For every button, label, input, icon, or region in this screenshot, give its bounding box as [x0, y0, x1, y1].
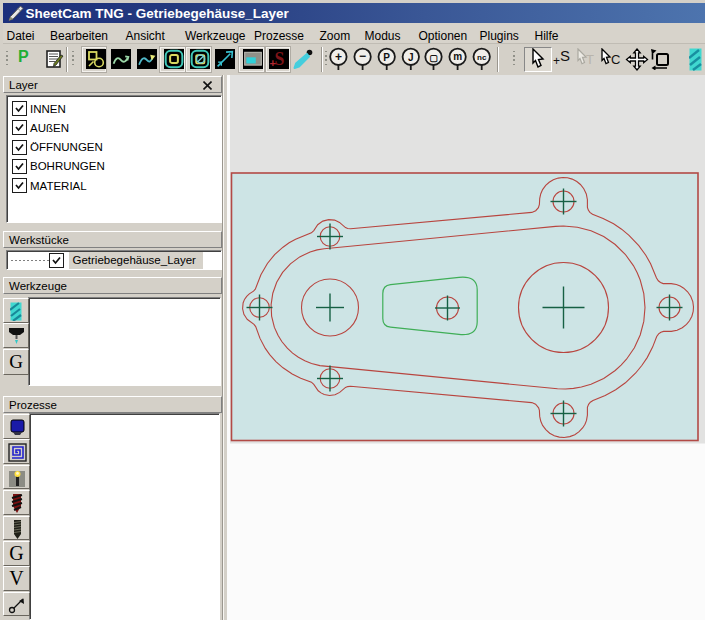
- svg-text:−: −: [359, 49, 366, 63]
- svg-text:J: J: [408, 52, 414, 63]
- svg-text:nc: nc: [477, 53, 487, 62]
- svg-text:m: m: [453, 51, 462, 62]
- svg-text:+: +: [335, 50, 342, 64]
- svg-text:▢: ▢: [429, 53, 438, 63]
- svg-text:+: +: [270, 58, 277, 70]
- svg-text:C: C: [611, 52, 620, 67]
- svg-text:P: P: [383, 52, 390, 63]
- svg-text:T: T: [586, 52, 594, 67]
